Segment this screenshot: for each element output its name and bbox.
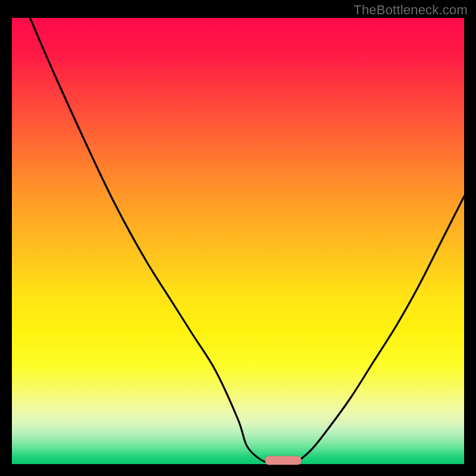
optimum-marker xyxy=(265,456,302,465)
plot-area xyxy=(12,18,464,464)
curve-svg xyxy=(12,18,464,464)
chart-frame: TheBottleneck.com xyxy=(0,0,476,476)
bottleneck-curve xyxy=(30,18,464,465)
watermark-text: TheBottleneck.com xyxy=(353,2,468,18)
